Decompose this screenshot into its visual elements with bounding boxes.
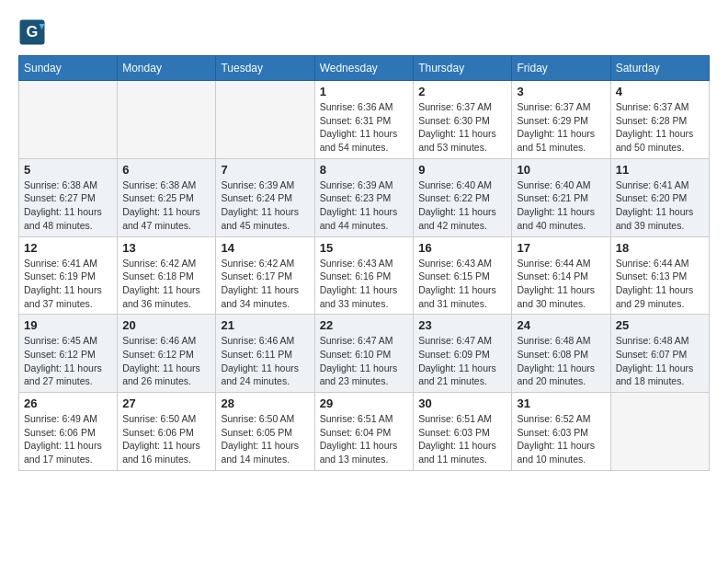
- day-info: Sunrise: 6:41 AM Sunset: 6:19 PM Dayligh…: [24, 257, 112, 311]
- day-info: Sunrise: 6:46 AM Sunset: 6:11 PM Dayligh…: [221, 334, 309, 388]
- calendar-cell: 8Sunrise: 6:39 AM Sunset: 6:23 PM Daylig…: [314, 158, 414, 236]
- day-number: 18: [616, 241, 704, 255]
- calendar-cell: 3Sunrise: 6:37 AM Sunset: 6:29 PM Daylig…: [512, 81, 610, 159]
- calendar-cell: 2Sunrise: 6:37 AM Sunset: 6:30 PM Daylig…: [414, 81, 512, 159]
- weekday-header: Wednesday: [314, 56, 414, 81]
- day-info: Sunrise: 6:49 AM Sunset: 6:06 PM Dayligh…: [24, 412, 112, 466]
- calendar-cell: 14Sunrise: 6:42 AM Sunset: 6:17 PM Dayli…: [216, 236, 314, 315]
- day-info: Sunrise: 6:51 AM Sunset: 6:03 PM Dayligh…: [418, 412, 506, 466]
- day-info: Sunrise: 6:38 AM Sunset: 6:27 PM Dayligh…: [24, 178, 112, 233]
- calendar-cell: 27Sunrise: 6:50 AM Sunset: 6:06 PM Dayli…: [118, 393, 216, 471]
- day-info: Sunrise: 6:36 AM Sunset: 6:31 PM Dayligh…: [320, 100, 409, 155]
- day-info: Sunrise: 6:43 AM Sunset: 6:16 PM Dayligh…: [320, 257, 409, 311]
- day-number: 5: [24, 163, 112, 177]
- day-number: 6: [122, 163, 210, 177]
- day-info: Sunrise: 6:42 AM Sunset: 6:18 PM Dayligh…: [122, 257, 210, 311]
- day-info: Sunrise: 6:39 AM Sunset: 6:24 PM Dayligh…: [221, 178, 309, 233]
- weekday-header-row: SundayMondayTuesdayWednesdayThursdayFrid…: [19, 56, 710, 81]
- calendar-week-row: 12Sunrise: 6:41 AM Sunset: 6:19 PM Dayli…: [19, 236, 710, 315]
- day-number: 8: [320, 163, 409, 177]
- calendar-cell: 1Sunrise: 6:36 AM Sunset: 6:31 PM Daylig…: [314, 81, 414, 159]
- day-info: Sunrise: 6:51 AM Sunset: 6:04 PM Dayligh…: [320, 412, 409, 466]
- calendar-cell: 18Sunrise: 6:44 AM Sunset: 6:13 PM Dayli…: [610, 236, 709, 315]
- day-info: Sunrise: 6:50 AM Sunset: 6:06 PM Dayligh…: [122, 412, 210, 466]
- day-number: 28: [221, 396, 309, 410]
- day-number: 26: [24, 396, 112, 410]
- day-number: 24: [517, 318, 605, 332]
- calendar-table: SundayMondayTuesdayWednesdayThursdayFrid…: [18, 55, 710, 471]
- day-info: Sunrise: 6:37 AM Sunset: 6:29 PM Dayligh…: [517, 100, 605, 155]
- calendar-week-row: 26Sunrise: 6:49 AM Sunset: 6:06 PM Dayli…: [19, 393, 710, 471]
- day-info: Sunrise: 6:43 AM Sunset: 6:15 PM Dayligh…: [418, 257, 506, 311]
- day-number: 19: [24, 318, 112, 332]
- calendar-cell: 17Sunrise: 6:44 AM Sunset: 6:14 PM Dayli…: [512, 236, 610, 315]
- day-number: 11: [616, 163, 704, 177]
- day-number: 29: [320, 396, 409, 410]
- day-number: 30: [418, 396, 506, 410]
- calendar-cell: 11Sunrise: 6:41 AM Sunset: 6:20 PM Dayli…: [610, 158, 709, 236]
- calendar-cell: [216, 81, 314, 159]
- day-number: 13: [122, 241, 210, 255]
- calendar-cell: 31Sunrise: 6:52 AM Sunset: 6:03 PM Dayli…: [512, 393, 610, 471]
- calendar-cell: 26Sunrise: 6:49 AM Sunset: 6:06 PM Dayli…: [19, 393, 118, 471]
- calendar-week-row: 19Sunrise: 6:45 AM Sunset: 6:12 PM Dayli…: [19, 315, 710, 393]
- day-info: Sunrise: 6:38 AM Sunset: 6:25 PM Dayligh…: [122, 178, 210, 233]
- day-info: Sunrise: 6:45 AM Sunset: 6:12 PM Dayligh…: [24, 334, 112, 388]
- calendar-cell: 20Sunrise: 6:46 AM Sunset: 6:12 PM Dayli…: [118, 315, 216, 393]
- day-info: Sunrise: 6:42 AM Sunset: 6:17 PM Dayligh…: [221, 257, 309, 311]
- calendar-cell: 22Sunrise: 6:47 AM Sunset: 6:10 PM Dayli…: [314, 315, 414, 393]
- calendar-cell: 19Sunrise: 6:45 AM Sunset: 6:12 PM Dayli…: [19, 315, 118, 393]
- day-number: 20: [122, 318, 210, 332]
- day-info: Sunrise: 6:47 AM Sunset: 6:10 PM Dayligh…: [320, 334, 409, 388]
- day-number: 4: [616, 85, 704, 98]
- calendar-cell: 28Sunrise: 6:50 AM Sunset: 6:05 PM Dayli…: [216, 393, 314, 471]
- day-info: Sunrise: 6:37 AM Sunset: 6:28 PM Dayligh…: [616, 100, 704, 155]
- day-info: Sunrise: 6:48 AM Sunset: 6:07 PM Dayligh…: [616, 334, 704, 388]
- day-number: 31: [517, 396, 605, 410]
- calendar-cell: 9Sunrise: 6:40 AM Sunset: 6:22 PM Daylig…: [414, 158, 512, 236]
- calendar-cell: 16Sunrise: 6:43 AM Sunset: 6:15 PM Dayli…: [414, 236, 512, 315]
- calendar-week-row: 1Sunrise: 6:36 AM Sunset: 6:31 PM Daylig…: [19, 81, 710, 159]
- day-info: Sunrise: 6:40 AM Sunset: 6:21 PM Dayligh…: [517, 178, 605, 233]
- day-number: 25: [616, 318, 704, 332]
- day-number: 23: [418, 318, 506, 332]
- calendar-cell: 25Sunrise: 6:48 AM Sunset: 6:07 PM Dayli…: [610, 315, 709, 393]
- weekday-header: Friday: [512, 56, 610, 81]
- calendar-cell: 15Sunrise: 6:43 AM Sunset: 6:16 PM Dayli…: [314, 236, 414, 315]
- day-info: Sunrise: 6:41 AM Sunset: 6:20 PM Dayligh…: [616, 178, 704, 233]
- weekday-header: Saturday: [610, 56, 709, 81]
- calendar-cell: [19, 81, 118, 159]
- day-info: Sunrise: 6:44 AM Sunset: 6:13 PM Dayligh…: [616, 257, 704, 311]
- calendar-cell: 6Sunrise: 6:38 AM Sunset: 6:25 PM Daylig…: [118, 158, 216, 236]
- calendar-week-row: 5Sunrise: 6:38 AM Sunset: 6:27 PM Daylig…: [19, 158, 710, 236]
- day-number: 10: [517, 163, 605, 177]
- day-info: Sunrise: 6:44 AM Sunset: 6:14 PM Dayligh…: [517, 257, 605, 311]
- calendar-cell: 23Sunrise: 6:47 AM Sunset: 6:09 PM Dayli…: [414, 315, 512, 393]
- weekday-header: Sunday: [19, 56, 118, 81]
- day-info: Sunrise: 6:52 AM Sunset: 6:03 PM Dayligh…: [517, 412, 605, 466]
- day-number: 16: [418, 241, 506, 255]
- logo: G: [18, 18, 50, 46]
- calendar-cell: [118, 81, 216, 159]
- day-info: Sunrise: 6:48 AM Sunset: 6:08 PM Dayligh…: [517, 334, 605, 388]
- day-info: Sunrise: 6:46 AM Sunset: 6:12 PM Dayligh…: [122, 334, 210, 388]
- calendar-cell: 29Sunrise: 6:51 AM Sunset: 6:04 PM Dayli…: [314, 393, 414, 471]
- calendar-cell: [610, 393, 709, 471]
- day-number: 17: [517, 241, 605, 255]
- calendar-cell: 4Sunrise: 6:37 AM Sunset: 6:28 PM Daylig…: [610, 81, 709, 159]
- calendar-cell: 10Sunrise: 6:40 AM Sunset: 6:21 PM Dayli…: [512, 158, 610, 236]
- day-number: 9: [418, 163, 506, 177]
- svg-text:G: G: [27, 23, 39, 40]
- day-number: 14: [221, 241, 309, 255]
- day-info: Sunrise: 6:47 AM Sunset: 6:09 PM Dayligh…: [418, 334, 506, 388]
- logo-icon: G: [18, 18, 46, 46]
- calendar-cell: 21Sunrise: 6:46 AM Sunset: 6:11 PM Dayli…: [216, 315, 314, 393]
- calendar-cell: 13Sunrise: 6:42 AM Sunset: 6:18 PM Dayli…: [118, 236, 216, 315]
- weekday-header: Tuesday: [216, 56, 314, 81]
- day-number: 3: [517, 85, 605, 98]
- calendar-cell: 24Sunrise: 6:48 AM Sunset: 6:08 PM Dayli…: [512, 315, 610, 393]
- calendar-cell: 30Sunrise: 6:51 AM Sunset: 6:03 PM Dayli…: [414, 393, 512, 471]
- day-number: 12: [24, 241, 112, 255]
- day-number: 22: [320, 318, 409, 332]
- day-info: Sunrise: 6:50 AM Sunset: 6:05 PM Dayligh…: [221, 412, 309, 466]
